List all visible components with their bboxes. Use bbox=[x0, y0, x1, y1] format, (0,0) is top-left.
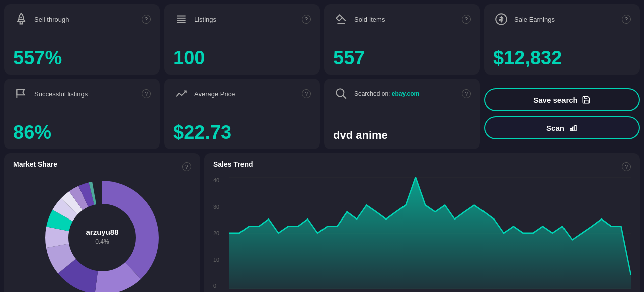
gavel-icon bbox=[333, 11, 349, 27]
dollar-icon bbox=[493, 11, 509, 27]
action-buttons: Save search Scan bbox=[484, 79, 640, 149]
searched-on-site: ebay.com bbox=[392, 90, 419, 97]
scan-button[interactable]: Scan bbox=[484, 116, 640, 139]
save-icon bbox=[582, 95, 591, 104]
stats-row-2: Successful listings ? 86% Average Price … bbox=[4, 79, 640, 149]
sold-items-card: Sold Items ? 557 bbox=[324, 4, 480, 75]
donut-center-name: arzuyu88 bbox=[86, 228, 118, 236]
donut-center-pct: 0.4% bbox=[95, 238, 109, 245]
sell-through-title: Sell through bbox=[34, 16, 137, 23]
average-price-card: Average Price ? $22.73 bbox=[164, 79, 320, 149]
searched-on-card: Searched on: ebay.com ? dvd anime bbox=[324, 79, 480, 149]
stats-row-1: Sell through ? 557% Listings ? 100 bbox=[4, 4, 640, 75]
market-share-help[interactable]: ? bbox=[182, 162, 191, 171]
sale-earnings-help[interactable]: ? bbox=[622, 15, 631, 24]
searched-term: dvd anime bbox=[333, 129, 471, 142]
trend-icon bbox=[173, 86, 189, 102]
listings-header: Listings ? bbox=[173, 11, 311, 27]
successful-listings-help[interactable]: ? bbox=[142, 89, 151, 98]
sale-earnings-header: Sale Earnings ? bbox=[493, 11, 631, 27]
average-price-header: Average Price ? bbox=[173, 86, 311, 102]
searched-on-header: Searched on: ebay.com ? bbox=[333, 86, 471, 102]
svg-rect-10 bbox=[572, 127, 574, 131]
chart-svg-container bbox=[229, 177, 631, 289]
sell-through-help[interactable]: ? bbox=[142, 15, 151, 24]
listings-help[interactable]: ? bbox=[302, 15, 311, 24]
donut-container: arzuyu88 0.4% bbox=[13, 173, 191, 292]
sale-earnings-card: Sale Earnings ? $12,832 bbox=[484, 4, 640, 75]
trend-svg bbox=[229, 177, 631, 289]
svg-rect-9 bbox=[570, 129, 572, 131]
charts-row: Market Share ? bbox=[4, 153, 640, 292]
sales-trend-title: Sales Trend bbox=[213, 160, 253, 168]
average-price-help[interactable]: ? bbox=[302, 89, 311, 98]
svg-point-23 bbox=[69, 204, 135, 271]
successful-listings-header: Successful listings ? bbox=[13, 86, 151, 102]
list-icon bbox=[173, 11, 189, 27]
successful-listings-title: Successful listings bbox=[34, 90, 137, 98]
dashboard: Sell through ? 557% Listings ? 100 bbox=[0, 0, 644, 292]
sell-through-value: 557% bbox=[13, 48, 151, 67]
svg-point-7 bbox=[336, 89, 344, 96]
svg-rect-11 bbox=[575, 126, 576, 131]
market-share-title: Market Share bbox=[13, 160, 57, 168]
sale-earnings-value: $12,832 bbox=[493, 48, 631, 67]
save-search-button[interactable]: Save search bbox=[484, 88, 640, 111]
scan-icon bbox=[569, 123, 578, 132]
sold-items-help[interactable]: ? bbox=[462, 15, 471, 24]
sell-through-header: Sell through ? bbox=[13, 11, 151, 27]
listings-title: Listings bbox=[194, 16, 297, 23]
sale-earnings-title: Sale Earnings bbox=[514, 16, 617, 23]
y-axis-labels: 40 30 20 10 0 bbox=[213, 177, 227, 289]
successful-listings-card: Successful listings ? 86% bbox=[4, 79, 160, 149]
searched-on-label: Searched on: ebay.com bbox=[354, 90, 457, 97]
listings-value: 100 bbox=[173, 48, 311, 67]
svg-line-8 bbox=[343, 95, 346, 99]
market-share-card: Market Share ? bbox=[4, 153, 200, 292]
sold-items-title: Sold Items bbox=[354, 16, 457, 23]
donut-chart: arzuyu88 0.4% bbox=[37, 172, 168, 292]
searched-on-help[interactable]: ? bbox=[462, 89, 471, 98]
listings-card: Listings ? 100 bbox=[164, 4, 320, 75]
flag-icon bbox=[13, 86, 29, 102]
successful-listings-value: 86% bbox=[13, 123, 151, 142]
sales-trend-header: Sales Trend ? bbox=[213, 160, 631, 173]
sales-trend-area: 40 30 20 10 0 bbox=[213, 177, 631, 292]
sell-through-card: Sell through ? 557% bbox=[4, 4, 160, 75]
search-icon bbox=[333, 86, 349, 102]
sold-items-header: Sold Items ? bbox=[333, 11, 471, 27]
sold-items-value: 557 bbox=[333, 48, 471, 67]
svg-point-0 bbox=[20, 17, 22, 19]
average-price-value: $22.73 bbox=[173, 123, 311, 142]
sales-trend-card: Sales Trend ? 40 30 20 10 0 bbox=[204, 153, 640, 292]
rocket-icon bbox=[13, 11, 29, 27]
average-price-title: Average Price bbox=[194, 90, 297, 98]
sales-trend-help[interactable]: ? bbox=[622, 162, 631, 171]
